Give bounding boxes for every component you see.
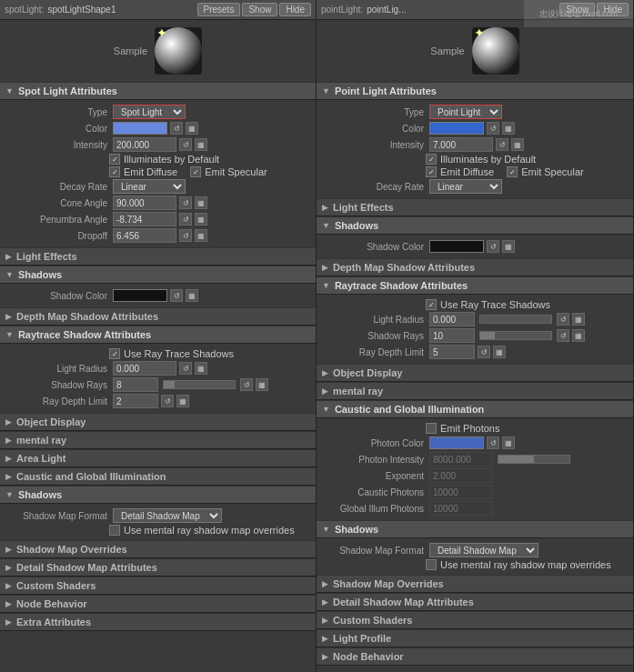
penumbra-reset-icon[interactable]: ↺ xyxy=(179,213,192,226)
right-custom-shaders-header[interactable]: ▶ Custom Shaders xyxy=(317,611,633,629)
shadow-map-overrides-left-header[interactable]: ▶ Shadow Map Overrides xyxy=(0,540,316,558)
right-light-radius-slider[interactable] xyxy=(479,315,552,324)
ray-depth-reset-icon[interactable]: ↺ xyxy=(161,395,174,407)
right-type-dropdown[interactable]: Point Light xyxy=(429,105,502,119)
cone-angle-field[interactable] xyxy=(113,196,176,210)
shadow-rays-slider[interactable] xyxy=(163,380,236,389)
right-light-radius-reset-icon[interactable]: ↺ xyxy=(557,313,569,326)
penumbra-connect-icon[interactable]: ▦ xyxy=(195,213,207,226)
shadows-mr-left-header[interactable]: ▼ Shadows xyxy=(0,486,316,504)
illuminates-checkbox[interactable] xyxy=(109,154,120,165)
photon-color-reset-icon[interactable]: ↺ xyxy=(487,436,499,449)
emit-photons-checkbox[interactable] xyxy=(426,423,437,434)
right-shadow-color-reset-icon[interactable]: ↺ xyxy=(487,240,499,253)
caustic-left-header[interactable]: ▶ Caustic and Global Illumination xyxy=(0,467,316,486)
right-light-profile-header[interactable]: ▶ Light Profile xyxy=(317,629,633,647)
right-shadow-color-connect-icon[interactable]: ▦ xyxy=(502,240,515,253)
photon-color-connect-icon[interactable]: ▦ xyxy=(502,436,515,449)
presets-button[interactable]: Presets xyxy=(197,3,241,16)
shadow-rays-field[interactable] xyxy=(113,377,158,392)
right-caustic-header[interactable]: ▼ Caustic and Global Illumination xyxy=(317,400,633,418)
cone-angle-reset-icon[interactable]: ↺ xyxy=(179,196,192,209)
right-light-effects-header[interactable]: ▶ Light Effects xyxy=(317,198,633,216)
shadow-color-reset-icon[interactable]: ↺ xyxy=(170,289,183,302)
right-node-behavior-header[interactable]: ▶ Node Behavior xyxy=(317,647,633,666)
intensity-reset-icon[interactable]: ↺ xyxy=(179,138,192,151)
right-depth-map-header[interactable]: ▶ Depth Map Shadow Attributes xyxy=(317,258,633,276)
right-mental-ray-header[interactable]: ▶ mental ray xyxy=(317,382,633,400)
cone-angle-connect-icon[interactable]: ▦ xyxy=(195,196,207,209)
right-light-radius-field[interactable] xyxy=(429,312,475,326)
right-shadows-mr-header[interactable]: ▼ Shadows xyxy=(317,520,633,538)
node-behavior-left-header[interactable]: ▶ Node Behavior xyxy=(0,595,316,613)
emit-diffuse-checkbox[interactable] xyxy=(109,166,120,177)
show-button[interactable]: Show xyxy=(242,3,277,16)
extra-attributes-header[interactable]: ▶ Extra Attributes xyxy=(0,613,316,631)
color-connect-icon[interactable]: ▦ xyxy=(186,122,198,135)
penumbra-field[interactable] xyxy=(113,212,176,226)
shadows-header[interactable]: ▼ Shadows xyxy=(0,266,316,284)
dropoff-connect-icon[interactable]: ▦ xyxy=(195,229,207,242)
right-emit-specular-checkbox[interactable] xyxy=(507,166,518,177)
right-shadow-map-overrides-header[interactable]: ▶ Shadow Map Overrides xyxy=(317,575,633,593)
right-raytrace-header[interactable]: ▼ Raytrace Shadow Attributes xyxy=(317,276,633,295)
exponent-field[interactable] xyxy=(429,468,493,483)
ray-depth-field[interactable] xyxy=(113,394,158,408)
shadow-map-format-left-dropdown[interactable]: Detail Shadow Map xyxy=(113,508,222,523)
right-hide-button[interactable]: Hide xyxy=(597,3,629,16)
area-light-header[interactable]: ▶ Area Light xyxy=(0,449,316,467)
intensity-field[interactable] xyxy=(113,137,176,152)
photon-color-swatch[interactable] xyxy=(429,436,484,449)
use-mental-ray-shadow-left-checkbox[interactable] xyxy=(109,525,120,536)
use-raytrace-checkbox[interactable] xyxy=(109,348,120,359)
right-color-connect-icon[interactable]: ▦ xyxy=(502,122,515,135)
emit-specular-checkbox[interactable] xyxy=(190,166,201,177)
shadow-rays-connect-icon[interactable]: ▦ xyxy=(256,378,268,391)
light-radius-reset-icon[interactable]: ↺ xyxy=(179,362,192,375)
right-ray-depth-connect-icon[interactable]: ▦ xyxy=(493,346,506,358)
decay-rate-dropdown[interactable]: Linear xyxy=(113,179,186,194)
shadow-color-swatch[interactable] xyxy=(113,289,167,302)
ray-depth-connect-icon[interactable]: ▦ xyxy=(176,395,189,407)
intensity-connect-icon[interactable]: ▦ xyxy=(195,138,207,151)
right-use-raytrace-checkbox[interactable] xyxy=(426,299,437,310)
right-light-radius-connect-icon[interactable]: ▦ xyxy=(572,313,585,326)
right-ray-depth-reset-icon[interactable]: ↺ xyxy=(478,346,490,358)
right-intensity-field[interactable] xyxy=(429,137,493,152)
dropoff-field[interactable] xyxy=(113,228,176,243)
caustic-photons-field[interactable] xyxy=(429,485,493,499)
right-color-reset-icon[interactable]: ↺ xyxy=(487,122,499,135)
detail-shadow-map-left-header[interactable]: ▶ Detail Shadow Map Attributes xyxy=(0,558,316,577)
right-ray-depth-field[interactable] xyxy=(429,345,475,359)
raytrace-header[interactable]: ▼ Raytrace Shadow Attributes xyxy=(0,326,316,344)
spot-light-attributes-header[interactable]: ▼ Spot Light Attributes xyxy=(0,82,316,100)
light-effects-header[interactable]: ▶ Light Effects xyxy=(0,247,316,266)
light-radius-connect-icon[interactable]: ▦ xyxy=(195,362,207,375)
type-dropdown[interactable]: Spot Light xyxy=(113,105,186,119)
right-shadow-map-format-dropdown[interactable]: Detail Shadow Map xyxy=(429,543,538,557)
dropoff-reset-icon[interactable]: ↺ xyxy=(179,229,192,242)
color-swatch[interactable] xyxy=(113,122,167,135)
right-illuminates-checkbox[interactable] xyxy=(426,154,437,165)
right-object-display-header[interactable]: ▶ Object Display xyxy=(317,364,633,382)
right-color-swatch[interactable] xyxy=(429,122,484,135)
object-display-header[interactable]: ▶ Object Display xyxy=(0,413,316,431)
light-radius-field[interactable] xyxy=(113,361,176,376)
shadow-rays-reset-icon[interactable]: ↺ xyxy=(240,378,253,391)
photon-intensity-field[interactable] xyxy=(429,452,493,466)
right-decay-rate-dropdown[interactable]: Linear xyxy=(429,179,502,194)
depth-map-header[interactable]: ▶ Depth Map Shadow Attributes xyxy=(0,307,316,326)
custom-shaders-left-header[interactable]: ▶ Custom Shaders xyxy=(0,577,316,595)
point-light-attributes-header[interactable]: ▼ Point Light Attributes xyxy=(317,82,633,100)
right-shadow-rays-connect-icon[interactable]: ▦ xyxy=(572,329,585,342)
color-reset-icon[interactable]: ↺ xyxy=(170,122,183,135)
right-shadows-header[interactable]: ▼ Shadows xyxy=(317,216,633,235)
right-intensity-connect-icon[interactable]: ▦ xyxy=(511,138,524,151)
right-detail-shadow-map-header[interactable]: ▶ Detail Shadow Map Attributes xyxy=(317,593,633,611)
mental-ray-header[interactable]: ▶ mental ray xyxy=(0,431,316,449)
right-shadow-rays-reset-icon[interactable]: ↺ xyxy=(557,329,569,342)
right-shadow-color-swatch[interactable] xyxy=(429,240,484,253)
right-emit-diffuse-checkbox[interactable] xyxy=(426,166,437,177)
global-illum-photons-field[interactable] xyxy=(429,501,493,516)
right-show-button[interactable]: Show xyxy=(559,3,595,16)
